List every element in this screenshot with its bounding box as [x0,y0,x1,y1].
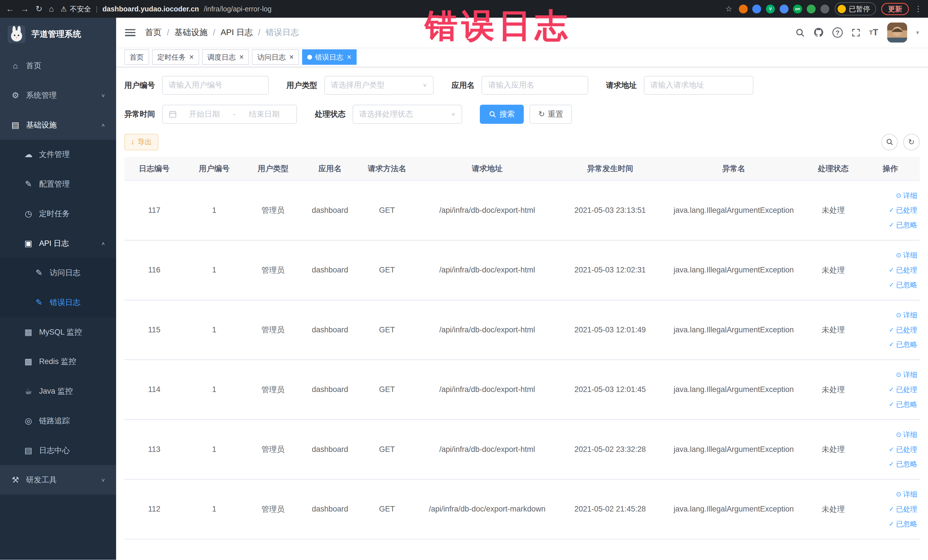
tab-cron-job[interactable]: 定时任务× [152,49,199,65]
process-status-select[interactable]: ∨ [353,105,462,124]
chevron-down-icon: ∨ [101,477,105,483]
sidebar-item-log-center[interactable]: ▤日志中心 [0,436,116,465]
export-button[interactable]: ↓ 导出 [124,134,158,150]
sidebar-item-system[interactable]: ⚙系统管理∨ [0,81,116,110]
extension-icon[interactable] [820,5,829,14]
app-logo[interactable]: 芋道管理系统 [0,18,116,51]
extension-icon[interactable] [739,5,748,14]
action-processed-link[interactable]: ✓已处理 [864,323,917,337]
action-label: 详细 [903,188,917,203]
tab-access-log[interactable]: 访问日志× [252,49,299,65]
action-ignore-link[interactable]: ✓已忽略 [864,517,917,531]
toggle-search-button[interactable] [881,134,898,150]
close-icon[interactable]: × [347,53,351,61]
search-icon [886,138,893,146]
breadcrumb-item[interactable]: 首页 [145,27,162,38]
sidebar-item-error-log[interactable]: ✎错误日志 [0,288,116,317]
chevron-down-icon[interactable]: ▾ [916,29,919,36]
back-icon[interactable]: ← [6,4,14,14]
cell-app-name: dashboard [302,420,358,479]
reset-button[interactable]: ↻ 重置 [530,105,572,124]
extension-icon[interactable] [752,5,761,14]
close-icon[interactable]: × [240,53,244,61]
fullscreen-icon[interactable] [852,28,860,37]
action-detail-link[interactable]: ⊙详细 [864,308,917,323]
home-icon: ⌂ [11,61,20,70]
breadcrumb-item[interactable]: API 日志 [221,27,253,38]
action-ignore-link[interactable]: ✓已忽略 [864,457,917,471]
cell-user-type: 管理员 [244,360,302,420]
action-detail-link[interactable]: ⊙详细 [864,427,917,442]
browser-menu-icon[interactable]: ⋮ [914,4,922,14]
action-detail-link[interactable]: ⊙详细 [864,487,917,502]
cell-status: 未处理 [806,300,861,360]
action-ignore-link[interactable]: ✓已忽略 [864,218,917,232]
home-icon[interactable]: ⌂ [49,4,54,14]
close-icon[interactable]: × [189,53,194,61]
action-ignore-link[interactable]: ✓已忽略 [864,397,917,412]
sidebar-item-dev-tools[interactable]: ⚒研发工具∨ [0,465,116,495]
search-button[interactable]: 搜索 [480,105,524,124]
action-detail-link[interactable]: ⊙详细 [864,368,917,382]
sidebar-item-infra[interactable]: ▤基础设施∧ [0,110,116,140]
action-processed-link[interactable]: ✓已处理 [864,203,917,218]
process-status-label: 处理状态 [315,109,346,119]
extension-icon[interactable]: on [793,5,802,14]
bookmark-star-icon[interactable]: ☆ [725,4,732,14]
exception-time-range-picker[interactable]: 开始日期 - 结束日期 [162,105,297,124]
cell-user-type: 管理员 [244,240,302,300]
user-type-select[interactable]: ∨ [324,76,434,95]
extension-icon[interactable] [807,5,816,14]
browser-update-button[interactable]: 更新 [881,3,909,15]
sidebar-filler [0,495,116,560]
user-avatar[interactable] [887,23,907,43]
sidebar-item-config[interactable]: ✎配置管理 [0,169,116,199]
extension-icon[interactable]: V [766,5,775,14]
close-icon[interactable]: × [289,53,294,61]
action-ignore-link[interactable]: ✓已忽略 [864,278,917,292]
sidebar-item-file[interactable]: ☁文件管理 [0,140,116,169]
tab-home[interactable]: 首页 [124,49,149,65]
tab-job-log[interactable]: 调度日志× [202,49,249,65]
sidebar-item-home[interactable]: ⌂首页 [0,51,116,81]
search-icon[interactable] [795,28,805,37]
process-status-select-input[interactable] [359,110,447,119]
action-detail-link[interactable]: ⊙详细 [864,248,917,263]
refresh-table-button[interactable]: ↻ [903,134,920,150]
sidebar-item-access-log[interactable]: ✎访问日志 [0,258,116,288]
sidebar-item-job[interactable]: ◷定时任务 [0,199,116,229]
sidebar-item-trace[interactable]: ◎链路追踪 [0,406,116,436]
app-name-input[interactable] [488,81,582,90]
action-processed-link[interactable]: ✓已处理 [864,382,917,397]
reload-icon[interactable]: ↻ [35,4,42,14]
cell-exception: java.lang.IllegalArgumentException [662,300,806,360]
trace-icon: ◎ [24,416,33,426]
action-processed-link[interactable]: ✓已处理 [864,263,917,278]
sidebar-item-api-log[interactable]: ▣API 日志∧ [0,229,116,258]
sidebar-item-java[interactable]: ☕Java 监控 [0,376,116,406]
action-detail-link[interactable]: ⊙详细 [864,188,917,203]
breadcrumb-item[interactable]: 基础设施 [175,27,208,38]
user-type-select-input[interactable] [331,81,419,90]
font-size-icon[interactable]: TT [869,27,878,38]
security-status[interactable]: ⚠ 不安全 [61,4,91,14]
extension-icon[interactable] [780,5,789,14]
table-header: 日志编号用户编号用户类型应用名请求方法名请求地址异常发生时间异常名处理状态操作 [124,157,920,181]
user-id-input[interactable] [169,81,262,90]
action-ignore-link[interactable]: ✓已忽略 [864,337,917,352]
request-url-input[interactable] [650,81,747,90]
github-icon[interactable] [814,27,824,37]
cell-time: 2021-05-03 12:01:45 [559,360,662,420]
forward-icon[interactable]: → [21,4,29,14]
sidebar-toggle-icon[interactable] [125,29,136,36]
profile-paused-badge[interactable]: 已暂停 [835,2,876,15]
help-icon[interactable]: ? [832,27,843,37]
action-label: 已忽略 [896,218,917,232]
sidebar-item-redis[interactable]: ▩Redis 监控 [0,347,116,377]
check-icon: ✓ [889,203,894,218]
tab-error-log[interactable]: 错误日志× [302,49,357,65]
sidebar-item-mysql[interactable]: ▦MySQL 监控 [0,317,116,347]
action-processed-link[interactable]: ✓已处理 [864,502,917,517]
action-processed-link[interactable]: ✓已处理 [864,442,917,457]
address-bar[interactable]: ⚠ 不安全 | dashboard.yudao.iocoder.cn/infra… [61,4,732,14]
